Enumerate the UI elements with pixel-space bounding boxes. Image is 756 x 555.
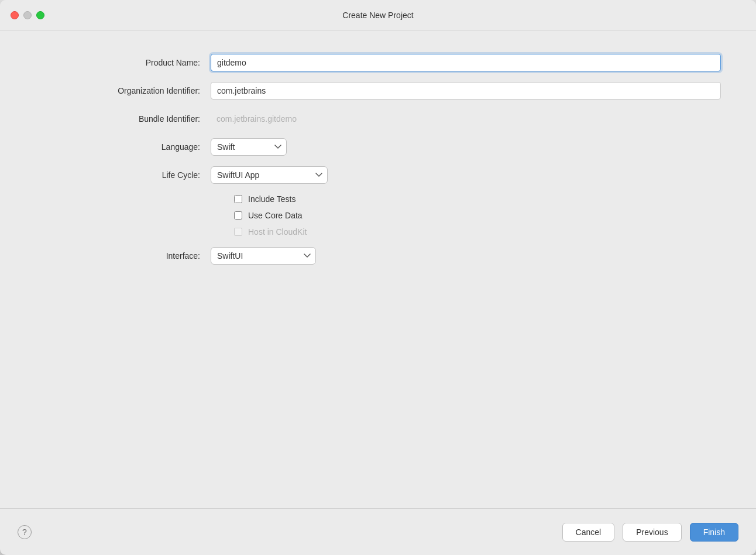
include-tests-row: Include Tests [234,194,295,204]
host-in-cloudkit-checkbox [234,228,242,236]
organization-identifier-row: Organization Identifier: [35,82,721,100]
close-button[interactable] [11,11,19,19]
help-button[interactable]: ? [18,525,32,539]
finish-button[interactable]: Finish [690,523,738,542]
interface-select[interactable]: SwiftUI Storyboard [211,247,316,265]
organization-identifier-label: Organization Identifier: [35,86,211,95]
title-bar: Create New Project [0,0,756,30]
language-row: Language: Swift Objective-C [35,138,721,156]
previous-button[interactable]: Previous [623,523,681,542]
use-core-data-row: Use Core Data [234,211,303,220]
bundle-identifier-label: Bundle Identifier: [35,114,211,124]
product-name-label: Product Name: [35,58,211,67]
use-core-data-checkbox[interactable] [234,211,242,220]
bottom-bar: ? Cancel Previous Finish [0,508,756,555]
lifecycle-label: Life Cycle: [35,170,211,180]
include-tests-label[interactable]: Include Tests [248,194,295,204]
bottom-left: ? [18,525,32,539]
include-tests-checkbox[interactable] [234,195,242,203]
maximize-button[interactable] [36,11,44,19]
window: Create New Project Product Name: Organiz… [0,0,756,555]
host-in-cloudkit-label: Host in CloudKit [248,227,307,237]
cancel-button[interactable]: Cancel [562,523,615,542]
interface-row: Interface: SwiftUI Storyboard [35,247,721,265]
language-label: Language: [35,142,211,152]
product-name-input[interactable] [211,54,721,71]
lifecycle-select[interactable]: SwiftUI App AppKit [211,166,328,184]
lifecycle-row: Life Cycle: SwiftUI App AppKit [35,166,721,184]
bundle-identifier-value: com.jetbrains.gitdemo [211,110,303,128]
content-area: Product Name: Organization Identifier: B… [0,30,756,508]
bundle-identifier-row: Bundle Identifier: com.jetbrains.gitdemo [35,110,721,128]
traffic-lights [11,11,44,19]
language-select[interactable]: Swift Objective-C [211,138,287,156]
interface-label: Interface: [35,251,211,261]
window-title: Create New Project [342,11,413,20]
form: Product Name: Organization Identifier: B… [35,54,721,491]
product-name-row: Product Name: [35,54,721,71]
minimize-button[interactable] [23,11,32,19]
organization-identifier-input[interactable] [211,82,721,100]
bottom-right: Cancel Previous Finish [562,523,738,542]
host-in-cloudkit-row: Host in CloudKit [234,227,307,237]
use-core-data-label[interactable]: Use Core Data [248,211,303,220]
checkboxes-group: Include Tests Use Core Data Host in Clou… [234,194,721,237]
